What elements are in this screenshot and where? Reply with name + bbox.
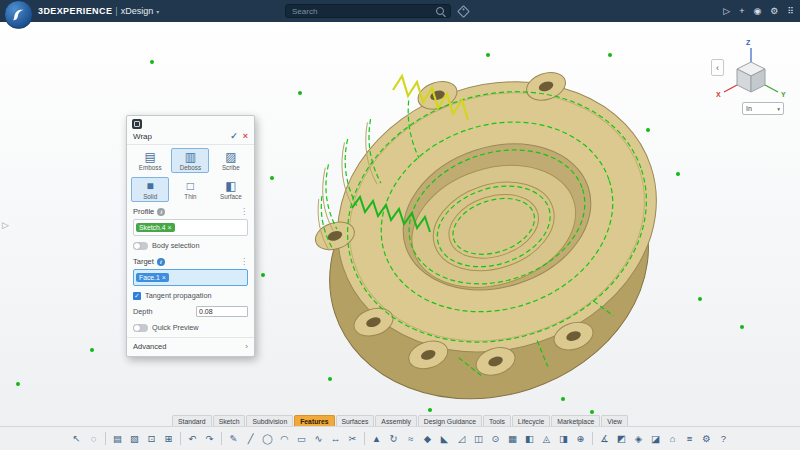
axis-y-label: Y bbox=[781, 91, 786, 98]
body-selection-toggle[interactable] bbox=[133, 242, 148, 250]
brand-name: 3DEXPERIENCE bbox=[38, 6, 112, 16]
wrap-feature-icon bbox=[132, 119, 142, 129]
pattern-icon[interactable]: ▦ bbox=[505, 431, 520, 446]
hole-icon[interactable]: ⊙ bbox=[488, 431, 503, 446]
measure-icon[interactable]: ∡ bbox=[597, 431, 612, 446]
solid-option[interactable]: ■ Solid bbox=[131, 177, 169, 202]
settings-icon[interactable]: ⚙ bbox=[770, 0, 778, 22]
view-cube[interactable]: Z X Y bbox=[712, 36, 790, 100]
play-icon[interactable]: ▷ bbox=[723, 0, 730, 22]
body-selection-row: Body selection bbox=[127, 238, 254, 253]
close-button[interactable]: × bbox=[243, 131, 248, 141]
wrap-icon[interactable]: ◬ bbox=[539, 431, 554, 446]
dialog-drag-handle[interactable] bbox=[127, 116, 254, 130]
chevron-down-icon: ▾ bbox=[777, 106, 780, 112]
line-icon[interactable]: ╱ bbox=[243, 431, 258, 446]
tag-icon[interactable] bbox=[457, 5, 470, 18]
chamfer-icon[interactable]: ◿ bbox=[454, 431, 469, 446]
info-icon[interactable]: i bbox=[157, 258, 165, 266]
zoom-fit-icon[interactable]: ⌂ bbox=[665, 431, 680, 446]
boolean-icon[interactable]: ⊕ bbox=[573, 431, 588, 446]
app-switch-caret-icon[interactable]: ▾ bbox=[156, 8, 159, 15]
help-icon[interactable]: ? bbox=[716, 431, 731, 446]
dialog-title: Wrap bbox=[133, 132, 225, 141]
add-icon[interactable]: + bbox=[739, 0, 744, 22]
wrap-dialog: Wrap ✓ × ▤ Emboss ▥ Deboss ▨ Scribe bbox=[126, 115, 255, 357]
section-icon[interactable]: ◩ bbox=[614, 431, 629, 446]
search-icon[interactable] bbox=[436, 7, 444, 15]
extrude-icon[interactable]: ▲ bbox=[369, 431, 384, 446]
loft-icon[interactable]: ◆ bbox=[420, 431, 435, 446]
tangent-propagation-row: Tangent propagation bbox=[127, 288, 254, 303]
scribe-option[interactable]: ▨ Scribe bbox=[212, 148, 250, 173]
kebab-menu-icon[interactable]: ⋮ bbox=[240, 257, 248, 266]
profile-selection-field[interactable]: Sketch.4 × bbox=[133, 219, 248, 236]
wrap-mode-options: ■ Solid □ Thin ◧ Surface bbox=[127, 174, 254, 203]
deboss-option[interactable]: ▥ Deboss bbox=[171, 148, 209, 173]
top-app-bar: 3DEXPERIENCE | xDesign ▾ ▷ + ◉ ⚙ ⠿ bbox=[0, 0, 800, 22]
spline-icon[interactable]: ∿ bbox=[311, 431, 326, 446]
print-icon[interactable]: ⊡ bbox=[144, 431, 159, 446]
copy-icon[interactable]: ⊞ bbox=[161, 431, 176, 446]
kebab-menu-icon[interactable]: ⋮ bbox=[240, 207, 248, 216]
info-icon[interactable]: i bbox=[157, 208, 165, 216]
grid-icon[interactable]: ≡ bbox=[682, 431, 697, 446]
revolve-icon[interactable]: ↻ bbox=[386, 431, 401, 446]
thin-option[interactable]: □ Thin bbox=[171, 177, 209, 202]
search-input[interactable] bbox=[290, 6, 436, 17]
sketch-icon[interactable]: ✎ bbox=[226, 431, 241, 446]
part-body bbox=[277, 27, 705, 427]
depth-input[interactable] bbox=[196, 306, 248, 317]
target-selection-field[interactable]: Face.1 × bbox=[133, 269, 248, 286]
select-icon[interactable]: ↖ bbox=[69, 431, 84, 446]
save-icon[interactable]: ▤ bbox=[110, 431, 125, 446]
undo-icon[interactable]: ↶ bbox=[185, 431, 200, 446]
emboss-option[interactable]: ▤ Emboss bbox=[131, 148, 169, 173]
shell-icon[interactable]: ◫ bbox=[471, 431, 486, 446]
confirm-button[interactable]: ✓ bbox=[230, 131, 238, 141]
advanced-section[interactable]: Advanced › bbox=[127, 337, 254, 356]
target-chip[interactable]: Face.1 × bbox=[136, 273, 169, 282]
bottom-toolbar: ↖ ◌ ▤ ▧ ⊡ ⊞ ↶ ↷ ✎ ╱ ◯ ◠ ▭ ∿ ↔ ✂ ▲ ↻ ≈ bbox=[0, 426, 800, 450]
quick-preview-row: Quick Preview bbox=[127, 320, 254, 335]
view-icon[interactable]: ◪ bbox=[648, 431, 663, 446]
surface-option[interactable]: ◧ Surface bbox=[212, 177, 250, 202]
rectangle-icon[interactable]: ▭ bbox=[294, 431, 309, 446]
remove-chip-icon[interactable]: × bbox=[167, 224, 171, 231]
3ds-compass-logo-icon[interactable] bbox=[4, 0, 33, 29]
unit-dropdown[interactable]: In ▾ bbox=[742, 102, 784, 115]
viewport[interactable]: ▷ ‹ Z X Y In ▾ Wrap ✓ × ▤ Emboss bbox=[0, 22, 800, 427]
material-icon[interactable]: ◈ bbox=[631, 431, 646, 446]
model-render[interactable] bbox=[0, 22, 800, 427]
wrap-type-options: ▤ Emboss ▥ Deboss ▨ Scribe bbox=[127, 145, 254, 174]
fillet-icon[interactable]: ◣ bbox=[437, 431, 452, 446]
box-select-icon[interactable]: ◌ bbox=[86, 431, 101, 446]
split-icon[interactable]: ◨ bbox=[556, 431, 571, 446]
depth-row: Depth bbox=[127, 303, 254, 320]
app-title: 3DEXPERIENCE | xDesign ▾ bbox=[38, 6, 159, 16]
redo-icon[interactable]: ↷ bbox=[202, 431, 217, 446]
mirror-icon[interactable]: ◧ bbox=[522, 431, 537, 446]
axis-z-label: Z bbox=[746, 39, 751, 46]
axis-x-label: X bbox=[716, 91, 721, 98]
profile-section-label: Profile i ⋮ bbox=[127, 203, 254, 218]
search-bar[interactable] bbox=[285, 4, 451, 18]
trim-icon[interactable]: ✂ bbox=[345, 431, 360, 446]
tangent-propagation-checkbox[interactable] bbox=[133, 292, 141, 300]
chevron-right-icon: › bbox=[245, 342, 248, 351]
sweep-icon[interactable]: ≈ bbox=[403, 431, 418, 446]
open-icon[interactable]: ▧ bbox=[127, 431, 142, 446]
profile-chip[interactable]: Sketch.4 × bbox=[136, 223, 175, 232]
circle-icon[interactable]: ◯ bbox=[260, 431, 275, 446]
dimension-icon[interactable]: ↔ bbox=[328, 431, 343, 446]
panel-expander-icon[interactable]: ▷ bbox=[2, 220, 9, 230]
app-name[interactable]: xDesign bbox=[121, 6, 154, 16]
quick-preview-toggle[interactable] bbox=[133, 324, 148, 332]
user-icon[interactable]: ◉ bbox=[753, 0, 761, 22]
remove-chip-icon[interactable]: × bbox=[162, 274, 166, 281]
compass-glyph bbox=[10, 6, 27, 23]
apps-icon[interactable]: ⠿ bbox=[787, 0, 794, 22]
arc-icon[interactable]: ◠ bbox=[277, 431, 292, 446]
settings-icon[interactable]: ⚙ bbox=[699, 431, 714, 446]
target-section-label: Target i ⋮ bbox=[127, 253, 254, 268]
